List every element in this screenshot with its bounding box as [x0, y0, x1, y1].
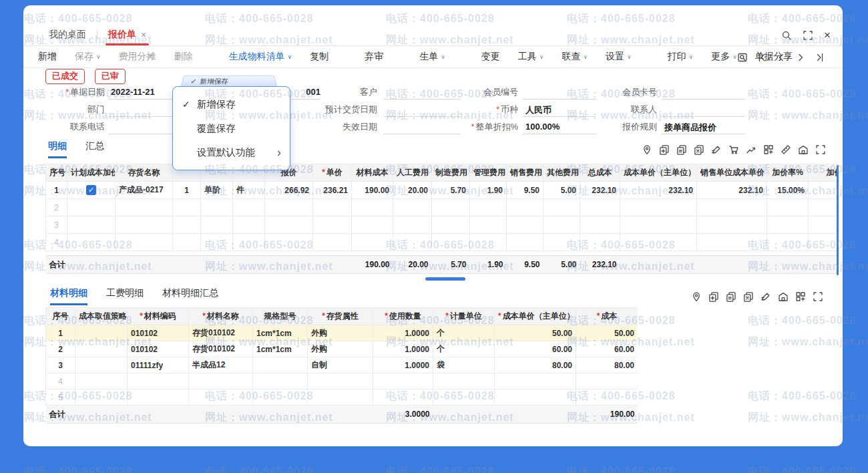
trend-icon[interactable] [746, 144, 756, 155]
grid-cell[interactable] [313, 199, 352, 216]
grid-cell[interactable] [432, 216, 470, 234]
grid-cell[interactable] [253, 357, 308, 373]
grid-cell[interactable] [253, 373, 308, 389]
grid-cell[interactable]: 60.00 [495, 341, 576, 357]
grid-cell[interactable] [265, 216, 313, 234]
grid-cell[interactable]: 2 [46, 199, 67, 216]
grid-cell[interactable] [116, 199, 173, 216]
measure-icon[interactable] [781, 144, 791, 155]
field-value[interactable]: 人民币 [525, 104, 552, 116]
grid-cell[interactable] [809, 216, 839, 234]
grid-cell[interactable] [233, 199, 265, 216]
first-page-icon[interactable] [756, 52, 767, 63]
grid-cell[interactable] [189, 373, 253, 389]
grid-cell[interactable] [576, 373, 638, 389]
grid-cell[interactable]: 1.0000 [373, 341, 433, 357]
grid-cell[interactable]: 3 [46, 216, 67, 234]
grid-cell[interactable]: 1 [46, 182, 67, 199]
last-page-icon[interactable] [815, 52, 825, 63]
grid-cell[interactable]: 个 [433, 325, 495, 341]
grid-cell[interactable] [173, 199, 201, 216]
grid-cell[interactable]: 存货010102 [189, 325, 253, 341]
grid-cell[interactable]: 袋 [433, 357, 495, 373]
grid-cell[interactable] [544, 199, 580, 216]
grid-cell[interactable] [75, 325, 128, 341]
grid-cell[interactable]: 3 [46, 357, 75, 373]
menu-item-save-new[interactable]: ✓新增保存 [173, 92, 290, 116]
tab-material-0[interactable]: 材料明细 [50, 287, 87, 305]
grid-cell[interactable] [495, 373, 576, 389]
copy-row-icon[interactable] [726, 291, 736, 302]
grid-cell[interactable]: 232.10 [620, 182, 697, 199]
grid-cell[interactable] [470, 216, 507, 234]
grid-cell[interactable] [767, 216, 809, 234]
grid-cell[interactable] [173, 216, 201, 234]
grid-cell[interactable] [580, 216, 620, 234]
tab-material-2[interactable]: 材料明细汇总 [162, 287, 218, 305]
grid-cell[interactable]: 自制 [308, 357, 373, 373]
menu-item-save-overwrite[interactable]: 覆盖保存 [173, 116, 290, 140]
grid-cell[interactable] [507, 234, 544, 251]
grid-cell[interactable] [393, 234, 432, 251]
warehouse-icon[interactable] [778, 291, 789, 302]
grid-cell[interactable] [201, 234, 233, 251]
grid-cell[interactable] [233, 234, 265, 251]
grid-cell[interactable]: 266.92 [265, 182, 313, 199]
grid-cell[interactable]: 产成品-0217 [116, 182, 173, 199]
grid-cell[interactable] [620, 199, 697, 216]
field-value[interactable]: 接单商品报价 [664, 122, 716, 134]
field-input[interactable] [662, 104, 745, 117]
grid-cell[interactable]: 1cm*1cm [253, 325, 308, 341]
grid-cell[interactable]: 010102 [128, 341, 189, 357]
grid-cell[interactable]: 1cm*1cm [253, 341, 308, 357]
grid-cell[interactable] [116, 234, 173, 251]
copy-row-icon[interactable] [676, 144, 687, 155]
grid-cell[interactable] [116, 216, 173, 234]
grid-cell[interactable] [697, 216, 767, 234]
horizontal-scrollbar-thumb[interactable] [425, 277, 465, 281]
grid-cell[interactable] [75, 341, 128, 357]
expand-icon[interactable] [813, 291, 823, 302]
grid-cell[interactable] [697, 199, 767, 216]
grid-cell[interactable]: ✓ [67, 182, 116, 199]
grid-cell[interactable] [767, 234, 809, 251]
grid-cell[interactable] [470, 199, 507, 216]
field-value[interactable]: 2022-11-21 [111, 87, 155, 97]
grid-cell[interactable]: 80.00 [576, 357, 638, 373]
tab-material-1[interactable]: 工费明细 [106, 287, 144, 305]
grid-cell[interactable]: 50.00 [576, 325, 638, 341]
grid-cell[interactable] [75, 373, 128, 389]
grid-cell[interactable]: 1.0000 [373, 357, 433, 373]
grid-cell[interactable]: 9.50 [507, 182, 544, 199]
field-value[interactable]: 100.00% [525, 122, 560, 132]
grid-cell[interactable]: 236.21 [313, 182, 352, 199]
grid-cell[interactable] [580, 234, 620, 251]
grid-cell[interactable] [173, 234, 201, 251]
grid-cell[interactable]: 34.82 [809, 182, 839, 199]
grid-cell[interactable] [544, 216, 580, 234]
next-page-icon[interactable] [795, 52, 806, 63]
grid-cell[interactable] [373, 389, 433, 406]
grid-cell[interactable] [308, 389, 373, 406]
grid-cell[interactable]: 半成品12 [189, 357, 253, 373]
grid-cell[interactable] [767, 199, 809, 216]
batch-edit-icon[interactable] [711, 144, 722, 155]
grid-cell[interactable] [809, 199, 839, 216]
grid-cell[interactable] [67, 234, 116, 251]
grid-cell[interactable]: 5 [46, 389, 75, 406]
field-input[interactable] [662, 86, 745, 100]
grid-cell[interactable] [470, 234, 507, 251]
grid-cell[interactable]: 190.00 [352, 182, 393, 199]
grid-cell[interactable]: 5.70 [432, 182, 470, 199]
grid-cell[interactable]: 外购 [308, 341, 373, 357]
tab-detail-0[interactable]: 明细 [48, 140, 67, 158]
grid-cell[interactable]: 80.00 [495, 357, 576, 373]
menu-item-set-default[interactable]: 设置默认功能› [173, 140, 290, 164]
grid-cell[interactable]: 存货010102 [189, 341, 253, 357]
grid-cell[interactable] [201, 216, 233, 234]
locate-icon[interactable] [691, 291, 702, 302]
grid-cell[interactable] [620, 216, 697, 234]
grid-cell[interactable] [308, 373, 373, 389]
grid-cell[interactable] [265, 234, 313, 251]
grid-cell[interactable] [67, 216, 116, 234]
